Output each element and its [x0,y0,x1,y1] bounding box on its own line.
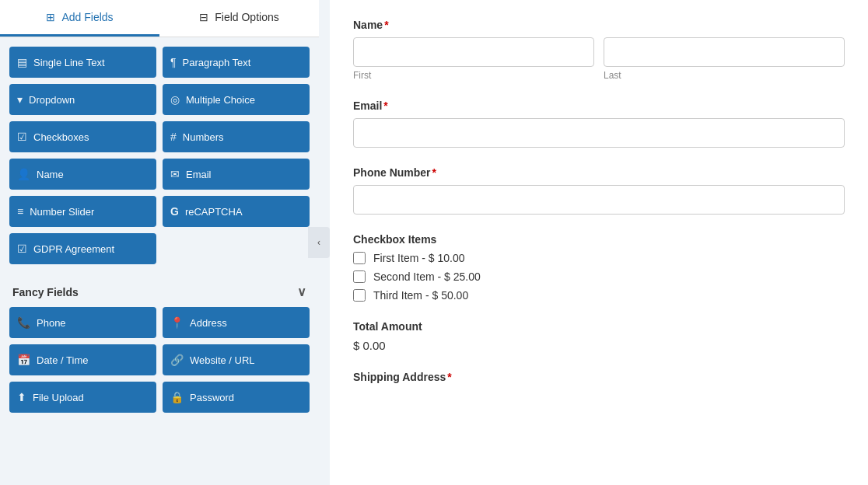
name-field-icon: 👤 [17,168,30,180]
phone-input[interactable] [353,185,845,215]
numbers-icon: # [170,131,177,143]
form-preview-panel: Name* First Last Email* Phone Number* Ch… [330,0,868,485]
date-time-label: Date / Time [37,354,88,366]
email-field-label: Email* [353,99,845,112]
left-scrollable: ▤ Single Line Text ¶ Paragraph Text ▾ Dr… [0,37,319,485]
name-required-mark: * [384,19,388,31]
recaptcha-icon: G [170,205,179,218]
collapse-panel-button[interactable]: ‹ [308,227,330,258]
panel-tabs: ⊞ Add Fields ⊟ Field Options [0,0,319,37]
field-btn-address[interactable]: 📍 Address [163,307,310,338]
field-btn-recaptcha[interactable]: G reCAPTCHA [163,196,310,227]
field-btn-dropdown[interactable]: ▾ Dropdown [9,84,156,115]
phone-field-label: Phone Number* [353,166,845,179]
paragraph-text-label: Paragraph Text [183,57,251,68]
checkboxes-icon: ☑ [17,131,27,143]
name-first-sublabel: First [353,70,594,81]
single-line-text-label: Single Line Text [33,57,105,68]
website-url-icon: 🔗 [170,354,184,366]
name-field-label: Name* [353,19,845,31]
field-btn-phone[interactable]: 📞 Phone [9,307,156,338]
field-btn-numbers[interactable]: # Numbers [163,121,310,152]
checkbox-item-3-label: Third Item - $ 50.00 [373,289,468,302]
phone-required-mark: * [432,166,436,179]
checkbox-item-3[interactable] [353,289,366,302]
checkbox-item-1-label: First Item - $ 10.00 [373,252,464,264]
dropdown-label: Dropdown [29,94,75,106]
list-item: Third Item - $ 50.00 [353,289,845,302]
single-line-text-icon: ▤ [17,56,27,68]
field-btn-paragraph-text[interactable]: ¶ Paragraph Text [163,47,310,78]
field-btn-password[interactable]: 🔒 Password [163,382,310,413]
file-upload-label: File Upload [33,392,84,403]
fancy-fields-section-header[interactable]: Fancy Fields ∨ [9,277,310,307]
total-amount-value: $ 0.00 [353,339,845,352]
shipping-address-group: Shipping Address* [353,371,845,383]
password-icon: 🔒 [170,391,184,403]
website-url-label: Website / URL [190,354,255,366]
list-item: Second Item - $ 25.00 [353,270,845,283]
fancy-fields-title: Fancy Fields [12,286,79,298]
name-first-input[interactable] [353,37,594,67]
field-btn-gdpr[interactable]: ☑ GDPR Agreement [9,233,156,264]
gdpr-label: GDPR Agreement [33,243,114,255]
shipping-address-label: Shipping Address* [353,371,845,383]
field-btn-name[interactable]: 👤 Name [9,159,156,190]
checkbox-item-2-label: Second Item - $ 25.00 [373,270,481,283]
number-slider-icon: ≡ [17,205,23,218]
field-btn-file-upload[interactable]: ⬆ File Upload [9,382,156,413]
email-field-label: Email [186,169,212,180]
checkbox-item-2[interactable] [353,270,366,283]
name-last-input[interactable] [604,37,845,67]
fancy-fields-grid: 📞 Phone 📍 Address 📅 Date / Time 🔗 Websit… [9,307,310,413]
tab-add-fields[interactable]: ⊞ Add Fields [0,0,159,37]
name-sub-labels: First Last [353,70,845,81]
email-field-group: Email* [353,99,845,148]
fancy-fields-chevron: ∨ [297,284,306,299]
name-last-sublabel: Last [604,70,845,81]
number-slider-label: Number Slider [30,206,94,218]
email-field-icon: ✉ [170,168,180,180]
field-btn-checkboxes[interactable]: ☑ Checkboxes [9,121,156,152]
tab-field-options[interactable]: ⊟ Field Options [159,0,319,37]
recaptcha-label: reCAPTCHA [185,206,243,218]
field-options-label: Field Options [215,11,278,23]
list-item: First Item - $ 10.00 [353,252,845,264]
paragraph-text-icon: ¶ [170,56,177,68]
numbers-label: Numbers [183,131,224,143]
checkboxes-label: Checkboxes [33,131,89,143]
collapse-icon: ‹ [317,237,320,248]
add-fields-label: Add Fields [61,11,113,23]
total-amount-label: Total Amount [353,320,845,333]
email-input[interactable] [353,118,845,148]
address-label: Address [190,317,227,329]
field-btn-single-line-text[interactable]: ▤ Single Line Text [9,47,156,78]
field-btn-date-time[interactable]: 📅 Date / Time [9,344,156,375]
password-label: Password [190,392,234,403]
checkbox-items-group: Checkbox Items First Item - $ 10.00 Seco… [353,233,845,302]
checkbox-item-1[interactable] [353,252,366,264]
field-btn-email[interactable]: ✉ Email [163,159,310,190]
multiple-choice-icon: ◎ [170,93,180,106]
field-options-icon: ⊟ [199,11,208,23]
gdpr-icon: ☑ [17,242,27,255]
shipping-required-mark: * [447,371,451,383]
multiple-choice-label: Multiple Choice [186,94,255,106]
phone-label: Phone [37,317,66,329]
add-fields-icon: ⊞ [46,11,55,23]
date-time-icon: 📅 [17,354,30,366]
checkbox-items-label: Checkbox Items [353,233,845,246]
phone-field-group: Phone Number* [353,166,845,215]
field-btn-multiple-choice[interactable]: ◎ Multiple Choice [163,84,310,115]
file-upload-icon: ⬆ [17,391,26,403]
phone-icon: 📞 [17,316,30,329]
dropdown-icon: ▾ [17,93,23,106]
name-inputs-row [353,37,845,67]
name-field-group: Name* First Last [353,19,845,81]
checkbox-items-list: First Item - $ 10.00 Second Item - $ 25.… [353,252,845,302]
field-btn-number-slider[interactable]: ≡ Number Slider [9,196,156,227]
address-icon: 📍 [170,316,184,329]
basic-fields-grid: ▤ Single Line Text ¶ Paragraph Text ▾ Dr… [9,47,310,264]
field-btn-website-url[interactable]: 🔗 Website / URL [163,344,310,375]
total-amount-group: Total Amount $ 0.00 [353,320,845,352]
